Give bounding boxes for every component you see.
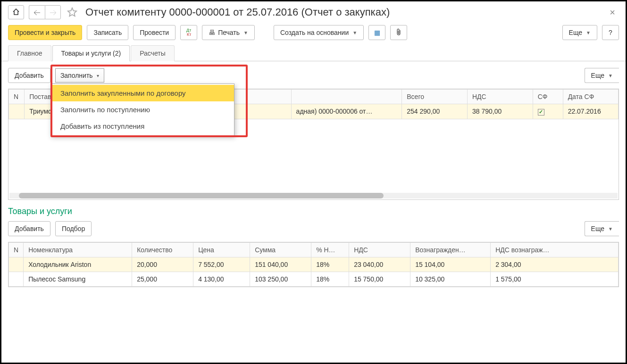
cell-total: 254 290,00	[402, 104, 468, 119]
arrow-right-icon: 🡢	[50, 8, 57, 17]
col-vat[interactable]: НДС	[349, 243, 410, 257]
pick-goods-button[interactable]: Подбор	[55, 221, 92, 236]
cell-sum: 103 250,00	[250, 272, 311, 287]
cell-reward: 15 104,00	[410, 257, 491, 272]
col-price[interactable]: Цена	[193, 243, 250, 257]
star-icon	[67, 7, 77, 17]
dt-kt-button[interactable]: ДтКт	[180, 25, 197, 40]
tab-calculations[interactable]: Расчеты	[131, 45, 175, 61]
col-reward[interactable]: Вознагражден…	[410, 243, 491, 257]
arrow-left-icon: 🡠	[33, 8, 41, 17]
print-label: Печать	[218, 29, 240, 36]
table-row[interactable]: Холодильник Ariston 20,000 7 552,00 151 …	[9, 257, 619, 272]
fill-by-contract-item[interactable]: Заполнить закупленными по договору	[51, 85, 234, 101]
dt-kt-icon: ДтКт	[186, 28, 191, 37]
fill-by-receipt-item[interactable]: Заполнить по поступлению	[51, 101, 234, 118]
cell-vat-reward: 2 304,00	[491, 257, 619, 272]
post-and-close-button[interactable]: Провести и закрыть	[8, 25, 82, 40]
forward-button[interactable]: 🡢	[45, 5, 61, 19]
write-button[interactable]: Записать	[87, 25, 128, 40]
cell-sf: ✓	[533, 104, 563, 119]
cell-reward: 10 325,00	[410, 272, 491, 287]
close-button[interactable]: ×	[606, 7, 619, 18]
create-based-label: Создать на основании	[280, 29, 349, 36]
goods-more-button[interactable]: Еще ▼	[585, 221, 619, 236]
document-icon: ▦	[374, 29, 380, 36]
cell-vat: 23 040,00	[349, 257, 410, 272]
cell-nomen: Пылесос Samsung	[24, 272, 132, 287]
scrollbar-thumb[interactable]	[19, 193, 384, 199]
col-vat-pct[interactable]: % Н…	[311, 243, 349, 257]
col-doc[interactable]	[291, 90, 402, 104]
fill-label: Заполнить	[60, 72, 93, 79]
home-icon	[12, 8, 20, 17]
table-row[interactable]: Пылесос Samsung 25,000 4 130,00 103 250,…	[9, 272, 619, 287]
printer-icon: 🖶	[209, 29, 215, 36]
help-button[interactable]: ?	[602, 25, 619, 40]
page-title: Отчет комитенту 0000-000001 от 25.07.201…	[85, 6, 390, 18]
col-sf-date[interactable]: Дата СФ	[563, 90, 618, 104]
create-based-button[interactable]: Создать на основании ▼	[274, 25, 364, 40]
chevron-down-icon: ▼	[608, 226, 613, 232]
col-sum[interactable]: Сумма	[250, 243, 311, 257]
print-button[interactable]: 🖶 Печать ▼	[202, 25, 255, 40]
table-header-row: N Номенклатура Количество Цена Сумма % Н…	[9, 243, 619, 257]
cell-doc: адная) 0000-000006 от…	[291, 104, 402, 119]
sub-more-label: Еще	[591, 72, 605, 79]
add-goods-button[interactable]: Добавить	[8, 221, 50, 236]
more-label: Еще	[569, 29, 583, 36]
more-button[interactable]: Еще ▼	[562, 25, 597, 40]
goods-more-label: Еще	[591, 225, 605, 232]
section-goods-title: Товары и услуги	[8, 207, 619, 216]
tab-goods[interactable]: Товары и услуги (2)	[52, 45, 130, 61]
chevron-down-icon: ▼	[586, 30, 591, 35]
cell-n	[9, 257, 24, 272]
col-n[interactable]: N	[9, 90, 25, 104]
col-vat-reward[interactable]: НДС вознаграж…	[491, 243, 619, 257]
fill-dropdown: Заполнить закупленными по договору Запол…	[50, 83, 234, 136]
cell-qty: 20,000	[132, 257, 193, 272]
attach-button[interactable]	[390, 25, 407, 40]
report-button[interactable]: ▦	[368, 25, 385, 40]
cell-qty: 25,000	[132, 272, 193, 287]
cell-n	[9, 272, 24, 287]
back-button[interactable]: 🡠	[29, 5, 45, 19]
cell-price: 7 552,00	[193, 257, 250, 272]
col-sf[interactable]: СФ	[533, 90, 563, 104]
cell-n	[9, 104, 25, 119]
goods-table: N Номенклатура Количество Цена Сумма % Н…	[8, 242, 619, 287]
favorite-button[interactable]	[66, 6, 79, 19]
chevron-down-icon: ▾	[97, 73, 99, 78]
horizontal-scrollbar[interactable]	[9, 193, 618, 199]
add-from-receipt-item[interactable]: Добавить из поступления	[51, 118, 234, 134]
cell-vat-reward: 1 575,00	[491, 272, 619, 287]
chevron-down-icon: ▼	[243, 30, 248, 35]
cell-vat: 15 750,00	[349, 272, 410, 287]
cell-sum: 151 040,00	[250, 257, 311, 272]
col-qty[interactable]: Количество	[132, 243, 193, 257]
home-button[interactable]	[8, 5, 24, 19]
cell-vat-pct: 18%	[311, 272, 349, 287]
cell-vat-pct: 18%	[311, 257, 349, 272]
col-n[interactable]: N	[9, 243, 24, 257]
cell-vat: 38 790,00	[467, 104, 533, 119]
chevron-down-icon: ▼	[608, 73, 613, 78]
tab-main[interactable]: Главное	[8, 45, 51, 61]
post-button[interactable]: Провести	[133, 25, 176, 40]
checkmark-icon: ✓	[538, 109, 544, 116]
cell-price: 4 130,00	[193, 272, 250, 287]
col-nomenclature[interactable]: Номенклатура	[24, 243, 132, 257]
sub-more-button[interactable]: Еще ▼	[585, 68, 619, 83]
paperclip-icon	[396, 28, 401, 37]
close-icon: ×	[610, 7, 615, 17]
cell-sf-date: 22.07.2016	[563, 104, 618, 119]
add-row-button[interactable]: Добавить	[8, 68, 50, 83]
chevron-down-icon: ▼	[352, 30, 357, 35]
cell-nomen: Холодильник Ariston	[24, 257, 132, 272]
fill-button[interactable]: Заполнить ▾	[55, 68, 104, 83]
col-total[interactable]: Всего	[402, 90, 468, 104]
col-vat[interactable]: НДС	[467, 90, 533, 104]
